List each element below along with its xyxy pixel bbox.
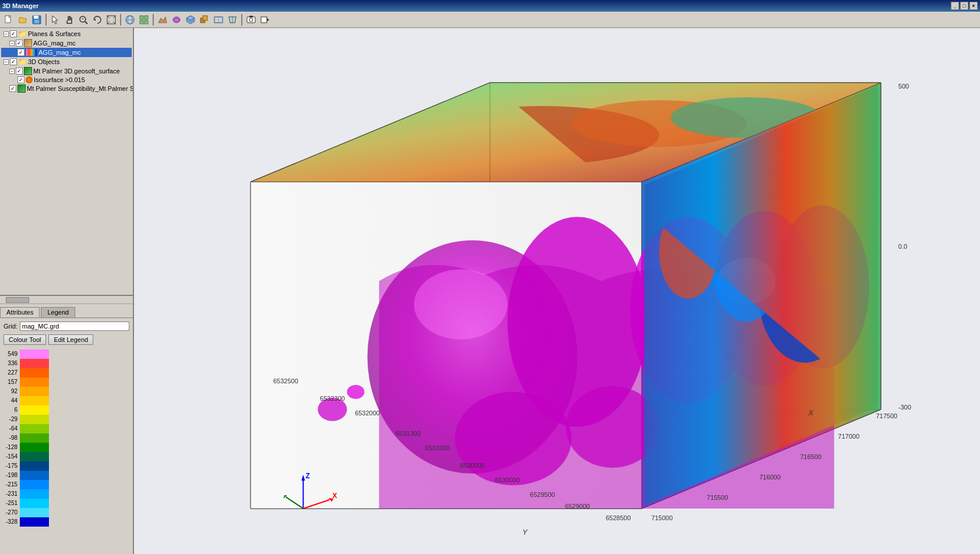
check-planes[interactable] (10, 30, 17, 37)
legend-label-15: -231 (6, 489, 17, 499)
bottom-panel: Attributes Legend Grid: Colour Tool Edit… (0, 307, 133, 554)
edit-legend-button[interactable]: Edit Legend (48, 334, 93, 345)
legend-label-13: -198 (6, 471, 17, 480)
svg-rect-14 (144, 16, 148, 19)
save-button[interactable] (30, 13, 43, 26)
legend-label-6: 6 (14, 405, 17, 415)
color-segment-10 (20, 443, 49, 452)
svg-text:6528500: 6528500 (606, 514, 631, 521)
zoom-window-button[interactable]: + (77, 13, 90, 26)
expand-agg1[interactable]: − (9, 41, 15, 46)
tree-item-agg1[interactable]: − AGG_mag_mc (1, 38, 132, 48)
expand-planes[interactable]: − (3, 31, 9, 37)
separator-1 (45, 14, 47, 26)
color-segment-0 (20, 350, 49, 359)
svg-text:6532000: 6532000 (355, 410, 380, 417)
svg-text:500: 500 (898, 83, 909, 90)
legend-label-12: -175 (6, 461, 17, 471)
svg-point-18 (175, 19, 178, 21)
tree-item-3dobjects[interactable]: − 📁 3D Objects (1, 57, 132, 66)
3d-view[interactable]: 6528500 6529000 6529500 6530000 6530500 … (134, 28, 980, 554)
section-button[interactable] (212, 13, 225, 26)
color-segment-16 (20, 499, 49, 508)
colour-tool-button[interactable]: Colour Tool (3, 334, 46, 345)
hand-tool-button[interactable] (63, 13, 76, 26)
tree-item-suscept[interactable]: Mt Palmer Susceptibility_Mt Palmer Su... (1, 84, 132, 93)
toolbar: + (0, 12, 980, 28)
legend-label-17: -270 (6, 508, 17, 517)
legend-label-10: -128 (6, 443, 17, 452)
color-segment-15 (20, 489, 49, 499)
3d-icon-mtpalmer (24, 67, 32, 75)
agg2-color-swatch (26, 48, 37, 57)
legend-label-5: 44 (11, 396, 17, 405)
color-segment-18 (20, 517, 49, 527)
legend-label-1: 336 (8, 359, 17, 368)
svg-text:6530000: 6530000 (495, 477, 520, 484)
tab-attributes[interactable]: Attributes (0, 307, 40, 317)
color-segment-8 (20, 424, 49, 433)
expand-mtpalmer[interactable]: − (9, 69, 15, 74)
cube-button[interactable] (184, 13, 197, 26)
surface-icon-1 (24, 39, 32, 47)
svg-text:715000: 715000 (651, 514, 673, 521)
title-bar-label: 3D Manager (2, 2, 38, 9)
svg-rect-4 (34, 20, 39, 23)
tree-horiz-scroll[interactable] (0, 295, 133, 304)
svg-text:Z: Z (305, 472, 309, 480)
color-segment-6 (20, 405, 49, 415)
iso-button[interactable] (170, 13, 183, 26)
check-mtpalmer[interactable] (16, 68, 23, 75)
svg-text:6530500: 6530500 (460, 462, 485, 469)
tab-legend[interactable]: Legend (41, 307, 75, 317)
select-tool-button[interactable] (49, 13, 62, 26)
grid-input[interactable] (20, 322, 129, 331)
svg-marker-31 (267, 18, 269, 22)
color-segment-3 (20, 377, 49, 387)
color-segment-7 (20, 415, 49, 424)
svg-text:716000: 716000 (759, 474, 781, 481)
tree-item-agg2[interactable]: AGG_mag_mc (1, 48, 132, 57)
legend-label-16: -251 (6, 499, 17, 508)
tree-item-planes[interactable]: − 📁 Planes & Surfaces (1, 29, 132, 38)
svg-text:6532500: 6532500 (273, 377, 298, 384)
svg-rect-16 (144, 20, 148, 24)
separator-2 (120, 14, 121, 26)
legend-label-11: -154 (6, 452, 17, 461)
grid-label: Grid: (3, 323, 17, 330)
svg-text:717500: 717500 (876, 412, 897, 419)
expand-3d[interactable]: − (3, 59, 9, 65)
check-agg2[interactable] (17, 49, 24, 56)
globe-button[interactable] (124, 13, 136, 26)
screenshot-button[interactable] (245, 13, 258, 26)
new-button[interactable] (2, 13, 15, 26)
tree-item-iso[interactable]: Isosurface >0.015 (1, 76, 132, 84)
zoom-fit-button[interactable] (105, 13, 118, 26)
svg-text:+: + (82, 17, 84, 21)
separator-3 (153, 14, 154, 26)
check-3d[interactable] (10, 58, 17, 65)
maximize-button[interactable]: □ (960, 2, 968, 10)
check-iso[interactable] (17, 76, 24, 83)
block-button[interactable] (198, 13, 211, 26)
svg-text:715500: 715500 (707, 494, 728, 501)
open-button[interactable] (16, 13, 29, 26)
video-button[interactable] (259, 13, 272, 26)
svg-rect-13 (140, 16, 143, 19)
grid-button[interactable] (138, 13, 150, 26)
plane-cut-button[interactable] (226, 13, 239, 26)
scroll-thumb[interactable] (6, 297, 29, 303)
legend-label-18: -328 (6, 517, 17, 527)
minimize-button[interactable]: _ (951, 2, 959, 10)
tree-item-mtpalmer[interactable]: − Mt Palmer 3D.geosoft_surface (1, 66, 132, 76)
surface-button[interactable] (156, 13, 169, 26)
color-bar (20, 350, 49, 527)
check-suscept[interactable] (9, 85, 16, 92)
color-segment-14 (20, 480, 49, 489)
close-button[interactable]: × (970, 2, 978, 10)
rotate-button[interactable] (91, 13, 104, 26)
check-agg1[interactable] (16, 40, 23, 47)
svg-text:6532300: 6532300 (320, 395, 345, 402)
color-segment-13 (20, 471, 49, 480)
svg-rect-3 (34, 16, 38, 19)
